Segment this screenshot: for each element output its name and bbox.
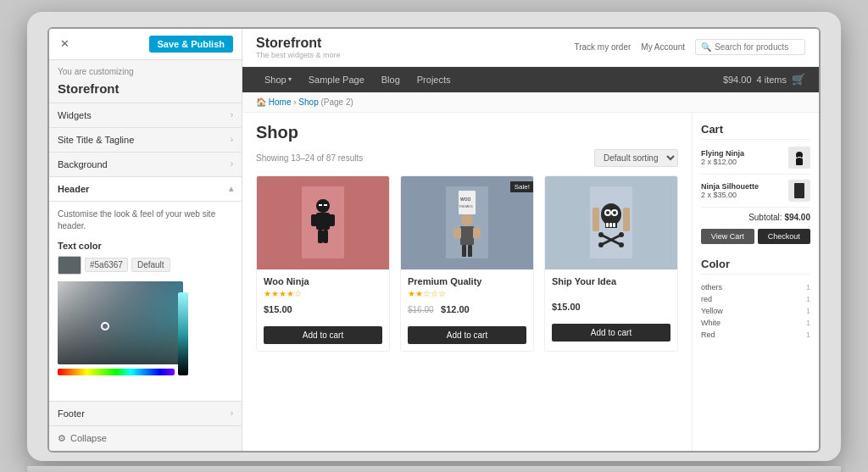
cart-item-1-name: Flying Ninja (701, 149, 788, 158)
nav-sample-page[interactable]: Sample Page (300, 67, 373, 92)
svg-rect-17 (462, 245, 466, 257)
product-rating-1: ★★★★☆ (264, 289, 382, 298)
search-box[interactable]: 🔍 (695, 39, 805, 55)
cart-items-count: 4 items (757, 75, 787, 85)
product-card-3: Ship Your Idea $15.00 Add to cart (544, 175, 678, 352)
product-image-1 (257, 176, 389, 269)
checkout-button[interactable]: Checkout (758, 229, 811, 244)
collapse-bar[interactable]: ⚙ Collapse (49, 425, 242, 451)
store-header-links: Track my order My Account 🔍 (574, 39, 805, 55)
cart-buttons: View Cart Checkout (701, 229, 810, 244)
add-to-cart-2[interactable]: Add to cart (408, 326, 526, 344)
cart-icon[interactable]: 🛒 (792, 73, 805, 86)
sidebar-widget: Cart Flying Ninja 2 x $12.00 (692, 113, 819, 451)
menu-item-widgets[interactable]: Widgets › (49, 103, 242, 127)
svg-rect-40 (799, 157, 801, 158)
product-info-2: Premium Quality ★★☆☆☆ $16.00 $12.00 (401, 269, 533, 323)
store-brand: Storefront The best widgets & more (256, 36, 341, 59)
cart-item-2: Ninja Silhouette 2 x $35.00 (701, 180, 810, 208)
svg-point-42 (796, 184, 803, 191)
my-account-link[interactable]: My Account (641, 42, 685, 52)
cart-amount: $94.00 (723, 75, 752, 85)
store-tagline: The best widgets & more (256, 51, 341, 59)
chevron-right-icon: › (231, 135, 233, 144)
products-grid: Woo Ninja ★★★★☆ $15.00 Add to cart (256, 175, 678, 352)
breadcrumb-shop[interactable]: Shop (298, 97, 318, 107)
header-description: Customise the look & feel of your web si… (58, 208, 233, 232)
color-filter-yellow[interactable]: Yellow 1 (701, 305, 810, 317)
store-name: Storefront (256, 36, 341, 51)
menu-item-header[interactable]: Header ▴ (49, 176, 242, 201)
color-filter-white[interactable]: White 1 (701, 317, 810, 329)
products-area: Shop Showing 13–24 of 87 results Default… (242, 113, 692, 451)
customizer-info: You are customizing (49, 60, 242, 80)
breadcrumb-page: (Page 2) (321, 97, 353, 107)
default-color-button[interactable]: Default (131, 258, 170, 272)
text-color-label: Text color (58, 241, 233, 251)
breadcrumb: 🏠 Home › Shop (Page 2) (242, 92, 819, 113)
product-card-2: Sale! WOO THEMES (400, 175, 534, 352)
product-price-2: $16.00 $12.00 (408, 301, 526, 316)
lightness-slider[interactable] (178, 292, 188, 375)
svg-rect-36 (623, 208, 630, 231)
svg-rect-27 (609, 223, 612, 227)
hue-slider[interactable] (58, 369, 175, 375)
store-content: Storefront The best widgets & more Track… (242, 29, 819, 451)
save-publish-button[interactable]: Save & Publish (149, 36, 233, 53)
svg-point-13 (461, 214, 473, 226)
svg-rect-3 (311, 214, 318, 226)
svg-rect-2 (316, 213, 330, 230)
color-picker-canvas[interactable] (58, 281, 183, 364)
svg-rect-15 (453, 228, 461, 238)
product-info-3: Ship Your Idea $15.00 (545, 269, 677, 320)
svg-rect-14 (460, 226, 474, 245)
svg-rect-35 (593, 208, 599, 231)
breadcrumb-home[interactable]: 🏠 Home (256, 97, 291, 107)
add-to-cart-3[interactable]: Add to cart (552, 324, 670, 342)
color-filter-red2[interactable]: Red 1 (701, 329, 810, 341)
current-color-swatch[interactable] (58, 256, 81, 275)
product-name-3: Ship Your Idea (552, 276, 670, 286)
picker-black-overlay (58, 281, 183, 364)
ninja-svg (298, 182, 348, 263)
svg-rect-6 (323, 230, 328, 243)
svg-point-34 (619, 242, 624, 247)
chevron-right-icon: › (231, 159, 233, 169)
cart-item-2-thumb (788, 180, 810, 202)
product-info-1: Woo Ninja ★★★★☆ $15.00 (257, 269, 389, 323)
add-to-cart-1[interactable]: Add to cart (264, 326, 382, 344)
shop-chevron-icon: ▾ (288, 75, 292, 83)
cart-widget-title: Cart (701, 123, 810, 140)
svg-rect-26 (606, 223, 609, 227)
svg-point-1 (316, 199, 330, 213)
chevron-up-icon: ▴ (229, 184, 233, 193)
menu-item-background[interactable]: Background › (49, 152, 242, 176)
skull-svg (586, 182, 637, 263)
product-name-2: Premium Quality (408, 276, 526, 286)
nav-shop[interactable]: Shop ▾ (256, 67, 300, 92)
nav-blog[interactable]: Blog (373, 67, 409, 92)
sort-select[interactable]: Default sorting (594, 149, 678, 167)
svg-rect-16 (473, 228, 481, 238)
store-nav: Shop ▾ Sample Page Blog Projects $94.00 … (242, 67, 819, 92)
footer-menu-item[interactable]: Footer › (49, 401, 242, 425)
close-button[interactable]: ✕ (58, 37, 71, 51)
nav-links: Shop ▾ Sample Page Blog Projects (256, 67, 459, 92)
svg-point-24 (606, 211, 609, 214)
product-image-2: Sale! WOO THEMES (401, 176, 533, 269)
track-order-link[interactable]: Track my order (574, 42, 631, 52)
menu-item-site-title[interactable]: Site Title & Tagline › (49, 127, 242, 152)
search-input[interactable] (715, 42, 799, 52)
svg-point-31 (598, 232, 604, 237)
view-cart-button[interactable]: View Cart (701, 229, 754, 244)
svg-text:WOO: WOO (460, 197, 471, 202)
color-filter-others[interactable]: others 1 (701, 281, 810, 293)
results-text: Showing 13–24 of 87 results (256, 153, 363, 163)
svg-rect-10 (459, 191, 476, 214)
color-filter-red1[interactable]: red 1 (701, 293, 810, 305)
nav-projects[interactable]: Projects (409, 67, 459, 92)
footer-chevron-icon: › (231, 408, 233, 418)
cart-area: $94.00 4 items 🛒 (723, 73, 805, 86)
product-name-1: Woo Ninja (264, 276, 382, 286)
search-icon: 🔍 (701, 42, 711, 52)
